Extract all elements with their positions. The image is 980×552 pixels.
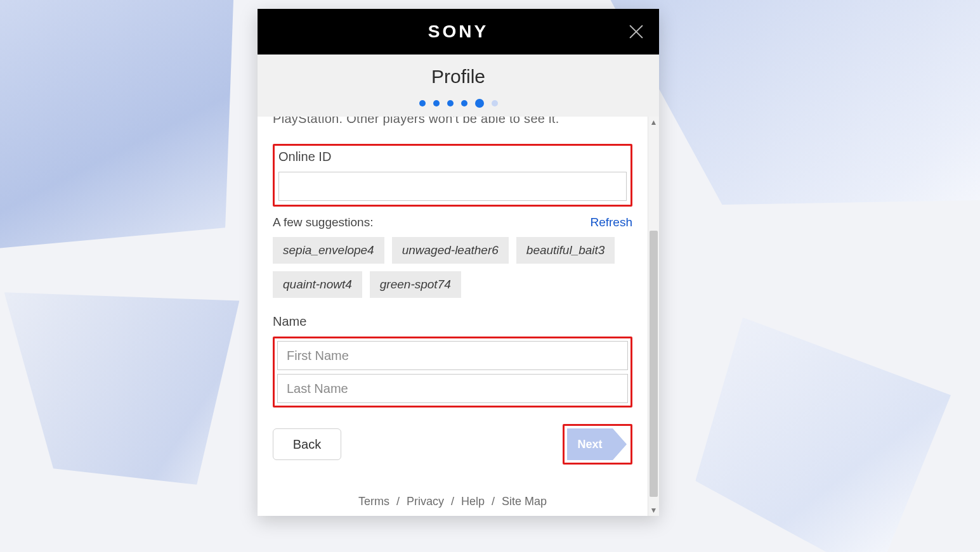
online-id-highlight: Online ID (273, 144, 632, 207)
scroll-up-icon[interactable]: ▲ (648, 117, 659, 128)
footer-link[interactable]: Privacy (407, 495, 444, 508)
scrollbar[interactable]: ▲ ▼ (648, 117, 659, 516)
suggestion-chip[interactable]: quaint-nowt4 (273, 271, 362, 298)
next-highlight: Next (563, 424, 632, 465)
online-id-label: Online ID (278, 150, 627, 164)
first-name-input[interactable] (277, 341, 628, 370)
footer-link[interactable]: Terms (358, 495, 389, 508)
name-highlight (273, 337, 632, 408)
scroll-down-icon[interactable]: ▼ (648, 504, 659, 516)
sony-logo: SONY (428, 22, 488, 42)
stepper (258, 99, 659, 108)
next-button[interactable]: Next (567, 428, 613, 460)
subheader: Profile (258, 55, 659, 117)
modal-header: SONY (258, 9, 659, 55)
step-dot (419, 100, 426, 106)
step-dot (461, 100, 467, 106)
last-name-input[interactable] (277, 374, 628, 403)
page-title: Profile (258, 66, 659, 87)
step-dot (433, 100, 440, 106)
step-dot (475, 99, 484, 108)
suggestion-chip[interactable]: green-spot74 (370, 271, 461, 298)
profile-modal: SONY Profile PlayStation. Other players … (258, 9, 659, 516)
step-dot (447, 100, 454, 106)
footer-separator: / (448, 495, 457, 508)
step-dot (492, 100, 498, 106)
footer-link[interactable]: Site Map (502, 495, 547, 508)
suggestions-label: A few suggestions: (273, 215, 373, 229)
footer-separator: / (393, 495, 403, 508)
name-label: Name (273, 314, 632, 329)
footer-links: Terms / Privacy / Help / Site Map (273, 495, 632, 511)
back-button[interactable]: Back (273, 428, 341, 460)
footer-separator: / (488, 495, 498, 508)
suggestion-chip[interactable]: beautiful_bait3 (516, 237, 615, 264)
close-icon[interactable] (627, 23, 645, 41)
online-id-input[interactable] (278, 172, 627, 201)
suggestion-chip[interactable]: sepia_envelope4 (273, 237, 384, 264)
suggestion-chip[interactable]: unwaged-leather6 (392, 237, 509, 264)
footer-link[interactable]: Help (461, 495, 485, 508)
scroll-thumb[interactable] (650, 231, 658, 497)
suggestion-chips: sepia_envelope4unwaged-leather6beautiful… (273, 237, 632, 298)
modal-content: PlayStation. Other players won't be able… (258, 117, 648, 516)
partial-visible-text: PlayStation. Other players won't be able… (273, 117, 632, 126)
refresh-link[interactable]: Refresh (590, 215, 632, 229)
